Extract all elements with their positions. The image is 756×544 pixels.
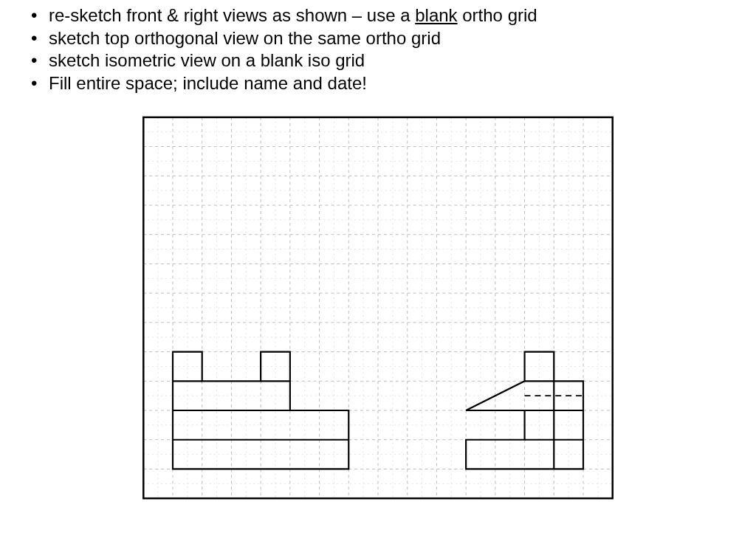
instruction-item: sketch top orthogonal view on the same o… bbox=[49, 27, 741, 50]
figure-container bbox=[15, 104, 741, 514]
instruction-text: sketch isometric view on a blank iso gri… bbox=[49, 50, 365, 70]
grid-lines bbox=[143, 117, 612, 498]
ortho-grid-drawing bbox=[127, 104, 629, 514]
instruction-text: Fill entire space; include name and date… bbox=[49, 73, 367, 93]
instruction-text: re-sketch front & right views as shown –… bbox=[49, 5, 415, 25]
instruction-text: ortho grid bbox=[458, 5, 537, 25]
instruction-item: sketch isometric view on a blank iso gri… bbox=[49, 49, 741, 72]
instructions-list: re-sketch front & right views as shown –… bbox=[15, 4, 741, 95]
instruction-item: re-sketch front & right views as shown –… bbox=[49, 4, 741, 27]
instruction-text: sketch top orthogonal view on the same o… bbox=[49, 28, 441, 48]
instruction-text-underline: blank bbox=[415, 5, 457, 25]
instruction-item: Fill entire space; include name and date… bbox=[49, 72, 741, 95]
